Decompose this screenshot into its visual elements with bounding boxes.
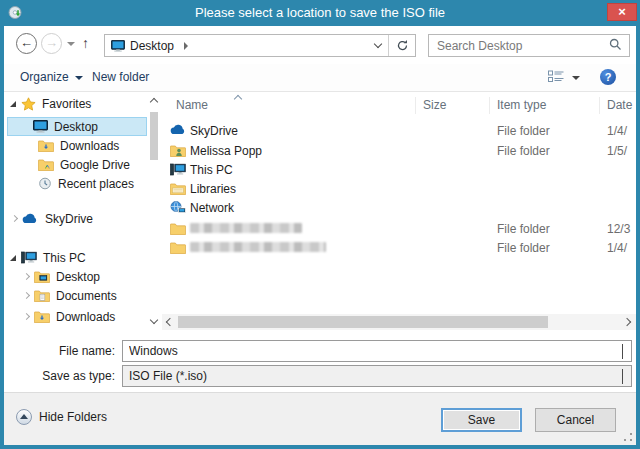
list-item-redacted[interactable]: File folder 12/3 — [162, 220, 636, 239]
sidebar-item-label: Downloads — [56, 310, 115, 324]
history-dropdown-icon[interactable] — [67, 42, 75, 46]
save-as-type-value: ISO File (*.iso) — [123, 369, 622, 383]
back-button[interactable]: ← — [16, 33, 37, 54]
scroll-down-icon[interactable] — [150, 316, 158, 324]
hide-folders-label: Hide Folders — [39, 410, 107, 424]
this-pc-icon — [170, 163, 186, 176]
breadcrumb[interactable]: Desktop — [105, 35, 368, 56]
command-bar: Organize New folder ? — [4, 64, 636, 92]
new-folder-button[interactable]: New folder — [92, 64, 149, 91]
resize-grip[interactable] — [623, 432, 633, 442]
save-as-type-label: Save as type: — [4, 369, 115, 383]
sidebar-group-skydrive[interactable]: SkyDrive — [12, 209, 93, 228]
hide-folders-button[interactable]: Hide Folders — [16, 409, 107, 425]
organize-button[interactable]: Organize — [20, 64, 83, 91]
column-header-name[interactable]: Name — [176, 98, 208, 112]
item-date: 12/3 — [607, 222, 630, 236]
search-input[interactable] — [429, 39, 609, 53]
scroll-up-icon[interactable] — [150, 98, 158, 106]
sidebar-group-label: Favorites — [42, 97, 91, 111]
sidebar-item-label: Recent places — [58, 177, 134, 191]
sidebar-item-google-drive[interactable]: Google Drive — [13, 155, 130, 174]
file-list: Name Size Item type Date SkyDrive File f… — [162, 92, 636, 332]
list-item-skydrive[interactable]: SkyDrive File folder 1/4/ — [162, 122, 636, 141]
item-date: 1/4/ — [607, 124, 627, 138]
expanded-icon[interactable] — [10, 101, 16, 107]
sidebar-group-label: This PC — [43, 251, 86, 265]
sidebar-item-pc-desktop[interactable]: Desktop — [24, 267, 100, 286]
sidebar-item-pc-documents[interactable]: Documents — [24, 286, 117, 305]
list-item-libraries[interactable]: Libraries — [162, 180, 636, 199]
cancel-button[interactable]: Cancel — [535, 408, 616, 432]
list-item-this-pc[interactable]: This PC — [162, 161, 636, 180]
up-button[interactable]: ↑ — [82, 35, 89, 51]
title-bar: Please select a location to save the ISO… — [0, 0, 640, 26]
breadcrumb-arrow-icon[interactable] — [184, 42, 188, 50]
organize-label: Organize — [20, 64, 69, 91]
sidebar-item-label: Downloads — [60, 139, 119, 153]
desktop-folder-icon — [34, 270, 50, 283]
list-item-melissa-popp[interactable]: Melissa Popp File folder 1/5/ — [162, 142, 636, 161]
search-box — [428, 34, 630, 57]
skydrive-cloud-icon — [22, 213, 39, 224]
scrollbar-thumb[interactable] — [178, 316, 548, 328]
sidebar-group-favorites[interactable]: Favorites — [10, 94, 91, 113]
new-folder-label: New folder — [92, 64, 149, 91]
libraries-folder-icon — [170, 182, 186, 195]
column-header-date[interactable]: Date — [607, 98, 632, 112]
list-item-redacted[interactable]: File folder 1/4/ — [162, 239, 636, 258]
scroll-right-icon[interactable] — [623, 318, 631, 326]
chevron-down-icon[interactable] — [622, 344, 623, 358]
skydrive-cloud-icon — [170, 124, 187, 135]
item-type: File folder — [497, 241, 550, 255]
column-headers: Name Size Item type Date — [162, 95, 636, 115]
sidebar-item-recent-places[interactable]: Recent places — [13, 174, 134, 193]
sidebar-item-downloads[interactable]: Downloads — [13, 136, 119, 155]
breadcrumb-label: Desktop — [130, 39, 174, 53]
forward-button[interactable]: → — [41, 33, 62, 54]
expanded-icon[interactable] — [10, 255, 16, 261]
address-bar[interactable]: Desktop — [104, 34, 416, 57]
collapsed-icon[interactable] — [11, 215, 18, 222]
close-button[interactable]: × — [607, 3, 637, 21]
refresh-button[interactable] — [388, 35, 415, 56]
list-item-network[interactable]: Network — [162, 199, 636, 218]
help-button[interactable]: ? — [600, 69, 616, 85]
sidebar-item-desktop[interactable]: Desktop — [7, 117, 147, 136]
save-button[interactable]: Save — [441, 408, 522, 432]
this-pc-icon — [21, 251, 37, 264]
item-type: File folder — [497, 222, 550, 236]
save-as-type-select[interactable]: ISO File (*.iso) — [122, 365, 632, 387]
item-name: Libraries — [190, 182, 236, 196]
list-view-icon — [548, 70, 564, 86]
sidebar-group-this-pc[interactable]: This PC — [10, 248, 86, 267]
sidebar-item-label: Documents — [56, 289, 117, 303]
search-icon[interactable] — [609, 38, 622, 54]
view-options-button[interactable] — [548, 70, 580, 86]
google-drive-folder-icon — [38, 158, 54, 171]
sort-ascending-icon — [234, 95, 242, 103]
iso-disc-icon — [8, 5, 24, 21]
navigation-pane: Favorites Desktop Downloads — [4, 92, 162, 332]
horizontal-scrollbar[interactable] — [162, 314, 636, 330]
file-name-input[interactable] — [123, 344, 622, 358]
item-type: File folder — [497, 144, 550, 158]
collapsed-icon[interactable] — [23, 273, 30, 280]
column-header-size[interactable]: Size — [423, 98, 446, 112]
collapse-up-icon — [16, 409, 32, 425]
column-header-item-type[interactable]: Item type — [497, 98, 546, 112]
chevron-down-icon — [622, 369, 623, 383]
scroll-left-icon[interactable] — [166, 318, 174, 326]
desktop-icon — [111, 40, 125, 52]
item-name: Network — [190, 201, 234, 215]
address-dropdown-icon[interactable] — [368, 35, 388, 56]
item-name-redacted — [190, 222, 302, 236]
network-globe-icon — [170, 201, 186, 214]
sidebar-scrollbar[interactable] — [148, 94, 161, 330]
file-name-combobox — [122, 340, 632, 362]
collapsed-icon[interactable] — [23, 292, 30, 299]
scrollbar-thumb[interactable] — [150, 112, 158, 160]
sidebar-item-pc-downloads[interactable]: Downloads — [24, 307, 115, 326]
main-area: Favorites Desktop Downloads — [4, 92, 636, 332]
collapsed-icon[interactable] — [23, 313, 30, 320]
